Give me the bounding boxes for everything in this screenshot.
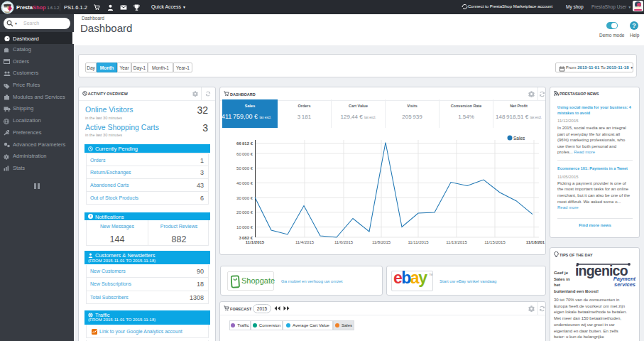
svg-text:3 082 €: 3 082 € [239,236,253,240]
svg-text:services: services [614,281,635,288]
svg-text:66 912 €: 66 912 € [236,141,253,146]
svg-text:20 000 €: 20 000 € [236,210,253,215]
svg-text:50 000 €: 50 000 € [236,166,253,170]
svg-text:11/15/2015: 11/15/2015 [484,240,506,244]
svg-text:11/11/2015: 11/11/2015 [408,240,429,244]
svg-text:11/18/201: 11/18/201 [526,240,545,244]
svg-text:11/8/2015: 11/8/2015 [372,240,391,244]
svg-text:11/13/2015: 11/13/2015 [446,240,467,244]
svg-text:11/6/2015: 11/6/2015 [334,240,354,244]
svg-text:11/1/2015: 11/1/2015 [246,240,265,244]
svg-text:10 000 €: 10 000 € [236,225,253,229]
svg-text:30 000 €: 30 000 € [236,196,253,200]
svg-text:60 000 €: 60 000 € [236,152,253,156]
svg-text:11/4/2015: 11/4/2015 [295,240,315,244]
svg-text:40 000 €: 40 000 € [236,181,253,185]
svg-text:Sales: Sales [513,136,525,141]
